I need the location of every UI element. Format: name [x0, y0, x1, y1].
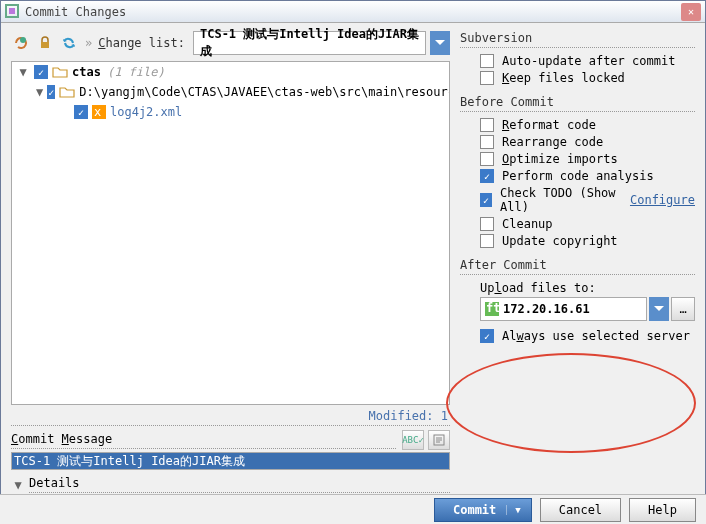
history-icon[interactable] — [428, 430, 450, 450]
checkbox[interactable] — [480, 152, 494, 166]
spellcheck-icon[interactable]: ABC✓ — [402, 430, 424, 450]
checkbox[interactable]: ✓ — [480, 193, 492, 207]
checkbox[interactable]: ✓ — [47, 85, 55, 99]
chevron-down-icon[interactable]: ▼ — [506, 505, 520, 515]
opt-optimize[interactable]: Optimize imports — [480, 152, 695, 166]
opt-keep-locked[interactable]: Keep files locked — [480, 71, 695, 85]
folder-icon — [59, 85, 75, 99]
folder-label: ctas — [72, 65, 101, 79]
toolbar: » Change list: TCS-1 测试与Intellj Idea的JIA… — [11, 31, 450, 55]
button-bar: Commit▼ Cancel Help — [0, 494, 706, 524]
opt-cleanup[interactable]: Cleanup — [480, 217, 695, 231]
tree-file[interactable]: ✓ x log4j2.xml — [12, 102, 449, 122]
opt-analysis[interactable]: ✓Perform code analysis — [480, 169, 695, 183]
lock-icon[interactable] — [35, 33, 55, 53]
file-count: (1 file) — [107, 65, 165, 79]
configure-link[interactable]: Configure — [630, 193, 695, 207]
upload-server-select[interactable]: ftp 172.20.16.61 — [480, 297, 647, 321]
window-title: Commit Changes — [25, 5, 681, 19]
opt-reformat[interactable]: Reformat code — [480, 118, 695, 132]
tree-path[interactable]: ▼ ✓ D:\yangjm\Code\CTAS\JAVAEE\ctas-web\… — [12, 82, 449, 102]
svg-rect-1 — [9, 8, 15, 14]
cancel-button[interactable]: Cancel — [540, 498, 621, 522]
section-subversion: Subversion — [460, 31, 695, 48]
checkbox[interactable]: ✓ — [34, 65, 48, 79]
checkbox[interactable]: ✓ — [74, 105, 88, 119]
upload-label: Upload files to: — [480, 281, 695, 295]
opt-copyright[interactable]: Update copyright — [480, 234, 695, 248]
ftp-icon: ftp — [485, 302, 499, 316]
collapse-icon[interactable]: ▼ — [36, 85, 43, 99]
svg-text:ftp: ftp — [486, 302, 499, 315]
svg-rect-3 — [41, 42, 49, 48]
tree-root[interactable]: ▼ ✓ ctas (1 file) — [12, 62, 449, 82]
opt-todo[interactable]: ✓Check TODO (Show All)Configure — [480, 186, 695, 214]
opt-rearrange[interactable]: Rearrange code — [480, 135, 695, 149]
app-icon — [5, 4, 21, 20]
checkbox[interactable] — [480, 71, 494, 85]
changelist-select[interactable]: TCS-1 测试与Intellj Idea的JIAR集成 — [193, 31, 426, 55]
checkbox[interactable]: ✓ — [480, 169, 494, 183]
help-button[interactable]: Help — [629, 498, 696, 522]
collapse-icon[interactable]: ▼ — [16, 65, 30, 79]
folder-icon — [52, 65, 68, 79]
details-toggle[interactable]: ▼ Details — [11, 476, 450, 493]
xml-file-icon: x — [92, 105, 106, 119]
close-button[interactable]: ✕ — [681, 3, 701, 21]
file-tree[interactable]: ▼ ✓ ctas (1 file) ▼ ✓ D:\yangjm\Code\CTA… — [11, 61, 450, 405]
refresh-vcs-icon[interactable] — [11, 33, 31, 53]
file-label: log4j2.xml — [110, 105, 182, 119]
opt-always-server[interactable]: ✓Always use selected server — [480, 329, 695, 343]
upload-dropdown[interactable] — [649, 297, 669, 321]
checkbox[interactable] — [480, 135, 494, 149]
opt-auto-update[interactable]: Auto-update after commit — [480, 54, 695, 68]
section-after: After Commit — [460, 258, 695, 275]
path-label: D:\yangjm\Code\CTAS\JAVAEE\ctas-web\src\… — [79, 85, 450, 99]
checkbox[interactable] — [480, 234, 494, 248]
checkbox[interactable]: ✓ — [480, 329, 494, 343]
titlebar: Commit Changes ✕ — [1, 1, 705, 23]
expand-icon: ▼ — [11, 478, 25, 492]
commit-message-input[interactable] — [11, 452, 450, 470]
section-before: Before Commit — [460, 95, 695, 112]
sync-icon[interactable] — [59, 33, 79, 53]
checkbox[interactable] — [480, 118, 494, 132]
changelist-label: Change list: — [98, 36, 185, 50]
checkbox[interactable] — [480, 217, 494, 231]
commit-button[interactable]: Commit▼ — [434, 498, 532, 522]
commit-message-title: Commit Message — [11, 432, 396, 449]
annotation-ellipse — [446, 353, 696, 453]
separator-icon: » — [85, 36, 92, 50]
changelist-dropdown[interactable] — [430, 31, 450, 55]
status-bar: Modified: 1 — [11, 407, 450, 426]
checkbox[interactable] — [480, 54, 494, 68]
upload-browse-button[interactable]: … — [671, 297, 695, 321]
svg-point-2 — [20, 37, 26, 43]
details-label: Details — [29, 476, 450, 493]
svg-text:x: x — [94, 105, 101, 119]
